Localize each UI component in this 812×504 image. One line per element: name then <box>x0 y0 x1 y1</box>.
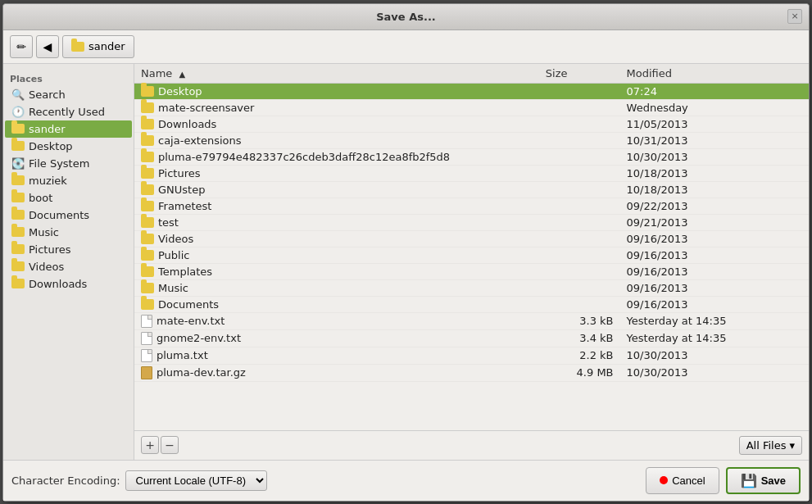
file-icon <box>141 315 152 328</box>
file-name: GNUstep <box>134 181 539 198</box>
file-size <box>539 214 620 230</box>
sidebar: Places 🔍Search🕐Recently UsedsanderDeskto… <box>3 64 134 460</box>
file-size <box>539 181 620 198</box>
drive-icon: 💽 <box>11 157 25 170</box>
table-row[interactable]: pluma.txt2.2 kB10/30/2013 <box>134 347 809 364</box>
remove-icon: − <box>165 438 175 452</box>
sidebar-item-boot[interactable]: boot <box>5 189 132 207</box>
location-button[interactable]: sander <box>62 35 134 58</box>
back-button[interactable]: ◀ <box>36 35 59 58</box>
file-name: Videos <box>134 230 539 247</box>
sidebar-item-label: Downloads <box>29 278 87 290</box>
folder-icon <box>141 217 154 228</box>
folder-icon <box>141 299 154 310</box>
filter-dropdown[interactable]: All Files ▾ <box>739 436 802 455</box>
sidebar-item-sander[interactable]: sander <box>5 120 132 138</box>
column-header-name[interactable]: Name ▲ <box>134 64 539 84</box>
file-name: Pictures <box>134 165 539 181</box>
file-name: pluma-e79794e482337c26cdeb3daff28c12ea8f… <box>134 148 539 165</box>
file-name: mate-env.txt <box>134 312 539 329</box>
sidebar-item-label: Videos <box>29 261 64 273</box>
table-row[interactable]: Templates09/16/2013 <box>134 263 809 279</box>
table-row[interactable]: Frametest09/22/2013 <box>134 198 809 214</box>
file-name: Templates <box>134 263 539 279</box>
table-row[interactable]: pluma-e79794e482337c26cdeb3daff28c12ea8f… <box>134 148 809 165</box>
table-row[interactable]: Music09/16/2013 <box>134 279 809 296</box>
file-name: pluma.txt <box>134 347 539 364</box>
folder-icon <box>141 201 154 211</box>
files-list: Name ▲ Size Modified Desktop07:24mate-sc… <box>134 64 809 382</box>
clock-icon: 🕐 <box>11 106 25 118</box>
sidebar-item-label: sander <box>29 123 66 135</box>
save-label: Save <box>761 474 786 487</box>
file-name: Documents <box>134 296 539 312</box>
file-modified: 09/21/2013 <box>620 214 809 230</box>
cancel-button[interactable]: Cancel <box>646 467 719 494</box>
cancel-label: Cancel <box>672 474 705 487</box>
file-name: Desktop <box>134 83 539 99</box>
file-size <box>539 99 620 116</box>
file-size <box>539 116 620 132</box>
sidebar-item-muziek[interactable]: muziek <box>5 172 132 189</box>
sidebar-item-videos[interactable]: Videos <box>5 258 132 275</box>
folder-icon <box>141 283 154 293</box>
folder-icon <box>141 168 154 179</box>
column-header-modified[interactable]: Modified <box>620 64 809 84</box>
sidebar-item-documents[interactable]: Documents <box>5 207 132 224</box>
encoding-label: Character Encoding: <box>11 474 120 487</box>
add-button[interactable]: + <box>141 436 159 454</box>
sidebar-item-desktop[interactable]: Desktop <box>5 138 132 155</box>
folder-icon <box>141 266 154 277</box>
sidebar-item-music[interactable]: Music <box>5 224 132 241</box>
folder-icon <box>141 234 154 244</box>
sidebar-item-label: muziek <box>29 175 67 187</box>
file-modified: Wednesday <box>620 99 809 116</box>
sidebar-item-recently-used[interactable]: 🕐Recently Used <box>5 103 132 120</box>
sort-arrow-icon: ▲ <box>179 70 186 79</box>
table-row[interactable]: Public09/16/2013 <box>134 247 809 263</box>
folder-icon <box>11 175 25 185</box>
file-modified: 10/18/2013 <box>620 181 809 198</box>
remove-button[interactable]: − <box>161 436 179 454</box>
sidebar-item-downloads[interactable]: Downloads <box>5 275 132 293</box>
encoding-select[interactable]: Current Locale (UTF-8) <box>125 470 267 491</box>
table-row[interactable]: Videos09/16/2013 <box>134 230 809 247</box>
edit-button[interactable]: ✏ <box>10 35 33 58</box>
archive-icon <box>141 366 152 379</box>
table-row[interactable]: GNUstep10/18/2013 <box>134 181 809 198</box>
file-modified: 11/05/2013 <box>620 116 809 132</box>
folder-icon <box>11 261 25 271</box>
sidebar-item-search[interactable]: 🔍Search <box>5 86 132 103</box>
sidebar-item-label: Pictures <box>29 243 70 256</box>
file-modified: 09/16/2013 <box>620 247 809 263</box>
table-row[interactable]: Documents09/16/2013 <box>134 296 809 312</box>
sidebar-item-pictures[interactable]: Pictures <box>5 241 132 258</box>
file-pane: Name ▲ Size Modified Desktop07:24mate-sc… <box>134 64 809 460</box>
table-row[interactable]: mate-env.txt3.3 kBYesterday at 14:35 <box>134 312 809 329</box>
footer-bar: Character Encoding: Current Locale (UTF-… <box>3 460 809 501</box>
folder-icon <box>141 135 154 146</box>
file-size <box>539 83 620 99</box>
folder-icon <box>141 250 154 261</box>
close-button[interactable]: × <box>787 9 802 24</box>
folder-icon <box>11 124 25 134</box>
file-size: 3.3 kB <box>539 312 620 329</box>
sidebar-item-file-system[interactable]: 💽File System <box>5 155 132 172</box>
save-button[interactable]: 💾 Save <box>726 467 801 494</box>
column-header-size[interactable]: Size <box>539 64 620 84</box>
sidebar-section-places: Places <box>3 72 134 86</box>
dialog-title: Save As... <box>376 11 436 23</box>
file-size: 3.4 kB <box>539 329 620 347</box>
file-size <box>539 263 620 279</box>
table-row[interactable]: Pictures10/18/2013 <box>134 165 809 181</box>
file-size: 2.2 kB <box>539 347 620 364</box>
table-row[interactable]: Desktop07:24 <box>134 83 809 99</box>
file-name: Public <box>134 247 539 263</box>
table-row[interactable]: mate-screensaverWednesday <box>134 99 809 116</box>
table-row[interactable]: Downloads11/05/2013 <box>134 116 809 132</box>
table-row[interactable]: gnome2-env.txt3.4 kBYesterday at 14:35 <box>134 329 809 347</box>
file-modified: 10/30/2013 <box>620 364 809 381</box>
table-row[interactable]: caja-extensions10/31/2013 <box>134 132 809 148</box>
table-row[interactable]: test09/21/2013 <box>134 214 809 230</box>
table-row[interactable]: pluma-dev.tar.gz4.9 MB10/30/2013 <box>134 364 809 381</box>
